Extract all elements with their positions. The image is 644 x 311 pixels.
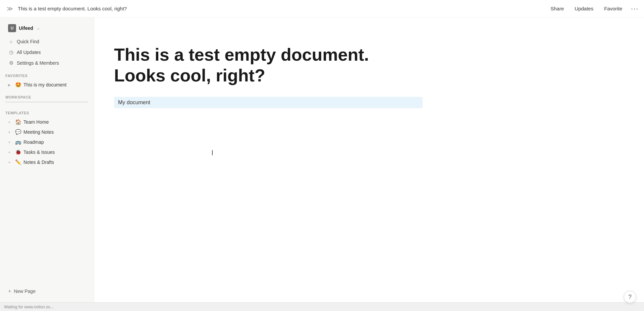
favorite-item-my-document[interactable]: ▶ 🤩 This is my document: [3, 80, 91, 89]
document-title: This is a test empty document. Looks coo…: [114, 44, 416, 86]
quick-find-label: Quick Find: [17, 39, 39, 44]
toggle-sidebar-button[interactable]: ≫: [5, 4, 14, 14]
plus-icon: +: [8, 160, 13, 165]
page-emoji-icon: 🤩: [15, 82, 21, 88]
template-label-0: Team Home: [23, 119, 49, 125]
template-label-4: Notes & Drafts: [23, 160, 54, 165]
workspace-name: Uifeed: [19, 25, 33, 31]
topbar-document-title: This is a test empty document. Looks coo…: [18, 6, 127, 11]
workspace-section-label: WORKSPACE: [0, 90, 94, 101]
text-cursor: I: [211, 148, 213, 157]
template-label-2: Roadmap: [23, 139, 44, 145]
document-body[interactable]: My document: [114, 97, 423, 108]
template-item-notes-drafts[interactable]: + ✏️ Notes & Drafts: [3, 158, 91, 167]
favorite-item-label: This is my document: [23, 82, 66, 87]
plus-icon: +: [8, 150, 13, 155]
search-icon: ○: [8, 39, 14, 45]
new-page-label: New Page: [14, 289, 36, 294]
favorite-button[interactable]: Favorite: [602, 4, 624, 13]
help-button[interactable]: ?: [624, 291, 636, 303]
template-emoji-3: 🐞: [15, 149, 21, 155]
status-text: Waiting for www.notion.so...: [4, 305, 54, 309]
template-label-1: Meeting Notes: [23, 129, 54, 135]
workspace-chevron-icon: ⌄: [37, 26, 40, 30]
templates-section-label: TEMPLATES: [0, 106, 94, 117]
new-page-button[interactable]: + New Page: [3, 286, 91, 297]
topbar-left: ≫ This is a test empty document. Looks c…: [5, 4, 127, 14]
template-item-roadmap[interactable]: + 🚌 Roadmap: [3, 137, 91, 147]
document-content-text: My document: [118, 100, 150, 106]
template-item-team-home[interactable]: + 🏠 Team Home: [3, 117, 91, 127]
all-updates-label: All Updates: [17, 50, 41, 55]
content-area[interactable]: This is a test empty document. Looks coo…: [94, 17, 644, 302]
template-item-tasks-issues[interactable]: + 🐞 Tasks & Issues: [3, 147, 91, 157]
topbar: ≫ This is a test empty document. Looks c…: [0, 0, 644, 17]
new-page-plus-icon: +: [8, 288, 11, 294]
sidebar-item-quick-find[interactable]: ○ Quick Find: [3, 37, 91, 47]
template-emoji-1: 💬: [15, 129, 21, 135]
template-label-3: Tasks & Issues: [23, 149, 55, 155]
workspace-selector[interactable]: U Uifeed ⌄: [3, 21, 91, 35]
template-emoji-0: 🏠: [15, 119, 21, 125]
plus-icon: +: [8, 130, 13, 135]
plus-icon: +: [8, 120, 13, 125]
template-emoji-4: ✏️: [15, 159, 21, 165]
clock-icon: ◷: [8, 49, 14, 55]
favorites-section-label: FAVORITES: [0, 68, 94, 80]
sidebar: U Uifeed ⌄ ○ Quick Find ◷ All Updates ⚙ …: [0, 17, 94, 302]
updates-button[interactable]: Updates: [573, 4, 595, 13]
workspace-divider: [5, 102, 88, 102]
template-emoji-2: 🚌: [15, 139, 21, 145]
gear-icon: ⚙: [8, 60, 14, 66]
topbar-actions: Share Updates Favorite ···: [548, 4, 639, 13]
sidebar-item-settings[interactable]: ⚙ Settings & Members: [3, 58, 91, 68]
share-button[interactable]: Share: [548, 4, 566, 13]
template-item-meeting-notes[interactable]: + 💬 Meeting Notes: [3, 127, 91, 137]
document-text-line[interactable]: My document: [114, 97, 423, 108]
more-options-button[interactable]: ···: [631, 5, 639, 12]
main-layout: U Uifeed ⌄ ○ Quick Find ◷ All Updates ⚙ …: [0, 17, 644, 302]
expand-arrow-icon: ▶: [8, 83, 13, 87]
status-bar: Waiting for www.notion.so...: [0, 302, 644, 311]
settings-label: Settings & Members: [17, 60, 59, 66]
plus-icon: +: [8, 140, 13, 145]
sidebar-item-all-updates[interactable]: ◷ All Updates: [3, 47, 91, 57]
workspace-icon: U: [8, 24, 16, 32]
